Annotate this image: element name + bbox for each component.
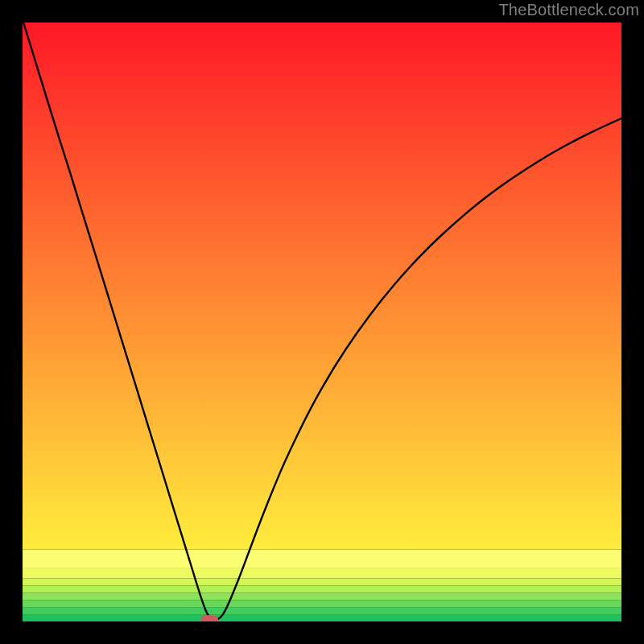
svg-rect-8 [23,550,621,568]
svg-rect-7 [23,568,621,578]
svg-rect-2 [23,607,621,614]
chart-stage: TheBottleneck.com [0,0,644,644]
color-bands [23,23,621,621]
svg-rect-6 [23,578,621,585]
svg-rect-9 [23,23,621,550]
svg-rect-1 [23,614,621,621]
bottleneck-chart [0,0,644,644]
svg-rect-3 [23,600,621,607]
svg-rect-4 [23,592,621,600]
svg-rect-5 [23,585,621,592]
plot-area [23,19,621,624]
